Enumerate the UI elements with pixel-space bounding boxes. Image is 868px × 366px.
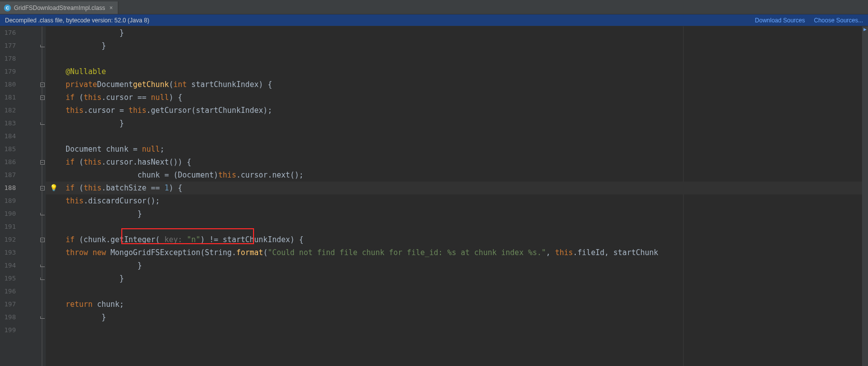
line-number: 197 xyxy=(0,298,17,311)
file-tab[interactable]: C GridFSDownloadStreamImpl.class × xyxy=(0,1,118,14)
fold-end-icon[interactable] xyxy=(39,259,46,272)
code-line[interactable]: throw new MongoGridFSException(String.fo… xyxy=(46,246,868,259)
line-number: 185 xyxy=(0,143,17,156)
line-number: 178 xyxy=(0,52,17,65)
code-line[interactable]: } xyxy=(46,39,868,52)
code-line[interactable]: if (this.batchSize == 1) { xyxy=(46,182,868,194)
scrollbar-stripe[interactable] xyxy=(862,26,868,366)
code-line[interactable]: } xyxy=(46,259,868,272)
fold-start-icon[interactable]: − xyxy=(39,156,46,169)
line-number: 196 xyxy=(0,285,17,298)
code-line[interactable] xyxy=(46,285,868,298)
line-number: 198 xyxy=(0,311,17,324)
code-line[interactable]: } xyxy=(46,311,868,324)
fold-end-icon[interactable] xyxy=(39,272,46,285)
gutter: 176177178179180−181−182183184185186−1871… xyxy=(0,26,46,366)
fold-start-icon[interactable]: − xyxy=(39,91,46,104)
fold-start-icon[interactable]: − xyxy=(39,78,46,91)
code-editor[interactable]: 176177178179180−181−182183184185186−1871… xyxy=(0,26,868,366)
code-line[interactable]: if (this.cursor == null) { xyxy=(46,91,868,104)
line-number: 179 xyxy=(0,65,17,78)
line-number: 189 xyxy=(0,194,17,207)
line-number: 177 xyxy=(0,39,17,52)
code-line[interactable]: if (chunk.getInteger( key: "n") != start… xyxy=(46,233,868,246)
code-line[interactable]: chunk = (Document)this.cursor.next(); xyxy=(46,169,868,182)
close-icon[interactable]: × xyxy=(108,5,114,11)
code-line[interactable] xyxy=(46,52,868,65)
line-number: 191 xyxy=(0,220,17,233)
code-line[interactable] xyxy=(46,324,868,337)
code-line[interactable]: } xyxy=(46,26,868,39)
fold-end-icon[interactable] xyxy=(39,117,46,130)
class-file-icon: C xyxy=(4,4,11,11)
code-line[interactable] xyxy=(46,130,868,143)
file-tab-label: GridFSDownloadStreamImpl.class xyxy=(14,4,105,11)
line-number: 190 xyxy=(0,207,17,220)
code-line[interactable]: this.discardCursor(); xyxy=(46,194,868,207)
code-line[interactable]: return chunk; xyxy=(46,298,868,311)
code-line[interactable]: } xyxy=(46,272,868,285)
code-line[interactable]: Document chunk = null; xyxy=(46,143,868,156)
download-sources-link[interactable]: Download Sources xyxy=(755,17,805,24)
code-line[interactable]: private Document getChunk(int startChunk… xyxy=(46,78,868,91)
fold-end-icon[interactable] xyxy=(39,311,46,324)
line-number: 199 xyxy=(0,324,17,337)
line-number: 186 xyxy=(0,156,17,169)
fold-end-icon[interactable] xyxy=(39,39,46,52)
code-area[interactable]: } } @Nullable private Document getChunk(… xyxy=(46,26,868,366)
code-line[interactable]: } xyxy=(46,117,868,130)
intention-bulb-icon[interactable]: 💡 xyxy=(50,184,57,191)
fold-start-icon[interactable]: − xyxy=(39,233,46,246)
decompiled-banner: Decompiled .class file, bytecode version… xyxy=(0,14,868,26)
line-number: 187 xyxy=(0,169,17,182)
line-number: 188 xyxy=(0,182,17,194)
fold-start-icon[interactable]: − xyxy=(39,182,46,194)
code-line[interactable]: @Nullable xyxy=(46,65,868,78)
scroll-arrow-icon[interactable]: ▶ xyxy=(862,26,868,32)
line-number: 176 xyxy=(0,26,17,39)
editor-tab-bar: C GridFSDownloadStreamImpl.class × xyxy=(0,1,868,14)
line-number: 180 xyxy=(0,78,17,91)
code-line[interactable]: if (this.cursor.hasNext()) { xyxy=(46,156,868,169)
line-number: 192 xyxy=(0,233,17,246)
fold-end-icon[interactable] xyxy=(39,207,46,220)
banner-text: Decompiled .class file, bytecode version… xyxy=(5,17,149,24)
line-number: 194 xyxy=(0,259,17,272)
code-line[interactable]: this.cursor = this.getCursor(startChunkI… xyxy=(46,104,868,117)
code-line[interactable] xyxy=(46,220,868,233)
line-number: 184 xyxy=(0,130,17,143)
line-number: 183 xyxy=(0,117,17,130)
line-number: 195 xyxy=(0,272,17,285)
line-number: 181 xyxy=(0,91,17,104)
code-line[interactable]: } xyxy=(46,207,868,220)
line-number: 182 xyxy=(0,104,17,117)
choose-sources-link[interactable]: Choose Sources... xyxy=(814,17,863,24)
line-number: 193 xyxy=(0,246,17,259)
